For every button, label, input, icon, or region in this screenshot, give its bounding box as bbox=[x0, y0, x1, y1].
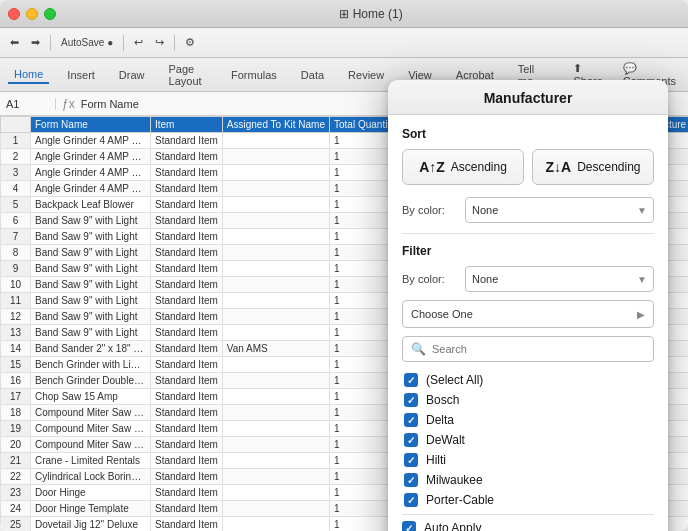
table-cell[interactable] bbox=[222, 245, 329, 261]
table-cell[interactable] bbox=[222, 501, 329, 517]
filter-checkbox[interactable]: ✓ bbox=[404, 393, 418, 407]
toolbar-redo[interactable]: ↪ bbox=[151, 34, 168, 51]
toolbar-icon-1[interactable]: ⬅ bbox=[6, 34, 23, 51]
table-cell[interactable]: Band Saw 9" with Light bbox=[31, 325, 151, 341]
tab-review[interactable]: Review bbox=[342, 67, 390, 83]
table-cell[interactable]: Band Saw 9" with Light bbox=[31, 229, 151, 245]
table-cell[interactable] bbox=[222, 149, 329, 165]
table-cell[interactable]: Cylindrical Lock Boring Jig bbox=[31, 469, 151, 485]
maximize-button[interactable] bbox=[44, 8, 56, 20]
table-cell[interactable]: Standard Item bbox=[151, 213, 223, 229]
table-cell[interactable] bbox=[222, 261, 329, 277]
table-cell[interactable]: Compound Miter Saw 10" 15 Amp 7-1/4" Hea… bbox=[31, 405, 151, 421]
filter-checkbox[interactable]: ✓ bbox=[404, 453, 418, 467]
filter-checkbox[interactable]: ✓ bbox=[404, 473, 418, 487]
table-cell[interactable]: Band Sander 2" x 18" with Pressure Contr… bbox=[31, 341, 151, 357]
filter-checkbox-item[interactable]: ✓Milwaukee bbox=[402, 470, 654, 490]
tab-data[interactable]: Data bbox=[295, 67, 330, 83]
table-cell[interactable]: Band Saw 9" with Light bbox=[31, 213, 151, 229]
auto-apply-checkbox[interactable]: ✓ bbox=[402, 521, 416, 531]
cell-reference[interactable]: A1 bbox=[6, 98, 56, 110]
table-cell[interactable]: Standard Item bbox=[151, 485, 223, 501]
table-cell[interactable]: Standard Item bbox=[151, 389, 223, 405]
filter-checkbox-item[interactable]: ✓(Select All) bbox=[402, 370, 654, 390]
table-cell[interactable]: Compound Miter Saw 12" with Quick Mount … bbox=[31, 437, 151, 453]
sort-ascending-button[interactable]: A↑Z Ascending bbox=[402, 149, 524, 185]
table-cell[interactable]: Crane - Limited Rentals bbox=[31, 453, 151, 469]
table-cell[interactable] bbox=[222, 133, 329, 149]
table-cell[interactable]: Band Saw 9" with Light bbox=[31, 261, 151, 277]
table-cell[interactable]: Standard Item bbox=[151, 165, 223, 181]
table-cell[interactable]: Standard Item bbox=[151, 405, 223, 421]
table-cell[interactable] bbox=[222, 517, 329, 532]
sort-descending-button[interactable]: Z↓A Descending bbox=[532, 149, 654, 185]
table-cell[interactable]: Standard Item bbox=[151, 181, 223, 197]
table-cell[interactable]: Dovetail Jig 12" Deluxe bbox=[31, 517, 151, 532]
filter-checkbox-item[interactable]: ✓Bosch bbox=[402, 390, 654, 410]
tab-page-layout[interactable]: Page Layout bbox=[163, 61, 213, 89]
table-cell[interactable] bbox=[222, 277, 329, 293]
table-cell[interactable]: Band Saw 9" with Light bbox=[31, 245, 151, 261]
filter-checkbox[interactable]: ✓ bbox=[404, 493, 418, 507]
table-cell[interactable] bbox=[222, 453, 329, 469]
toolbar-undo[interactable]: ↩ bbox=[130, 34, 147, 51]
table-cell[interactable] bbox=[222, 213, 329, 229]
table-cell[interactable]: Bench Grinder Double Sander with Accesso… bbox=[31, 373, 151, 389]
table-cell[interactable]: Standard Item bbox=[151, 261, 223, 277]
table-cell[interactable] bbox=[222, 373, 329, 389]
table-cell[interactable]: Door Hinge bbox=[31, 485, 151, 501]
filter-checkbox-item[interactable]: ✓DeWalt bbox=[402, 430, 654, 450]
filter-checkbox-item[interactable]: ✓Delta bbox=[402, 410, 654, 430]
table-cell[interactable]: Standard Item bbox=[151, 197, 223, 213]
table-cell[interactable]: Angle Grinder 4 AMP 4-1/2" bbox=[31, 133, 151, 149]
table-cell[interactable] bbox=[222, 405, 329, 421]
table-cell[interactable] bbox=[222, 389, 329, 405]
table-cell[interactable]: Standard Item bbox=[151, 133, 223, 149]
table-cell[interactable] bbox=[222, 229, 329, 245]
table-cell[interactable] bbox=[222, 485, 329, 501]
table-cell[interactable] bbox=[222, 469, 329, 485]
choose-one-dropdown[interactable]: Choose One ▶ bbox=[402, 300, 654, 328]
tab-formulas[interactable]: Formulas bbox=[225, 67, 283, 83]
table-cell[interactable] bbox=[222, 309, 329, 325]
table-cell[interactable]: Standard Item bbox=[151, 469, 223, 485]
table-cell[interactable]: Standard Item bbox=[151, 421, 223, 437]
table-cell[interactable]: Standard Item bbox=[151, 309, 223, 325]
table-cell[interactable]: Standard Item bbox=[151, 293, 223, 309]
table-cell[interactable]: Standard Item bbox=[151, 277, 223, 293]
table-cell[interactable]: Standard Item bbox=[151, 149, 223, 165]
filter-by-color-select[interactable]: None ▼ bbox=[465, 266, 654, 292]
table-cell[interactable] bbox=[222, 325, 329, 341]
search-input[interactable] bbox=[432, 343, 645, 355]
table-cell[interactable]: Standard Item bbox=[151, 341, 223, 357]
table-cell[interactable]: Standard Item bbox=[151, 325, 223, 341]
table-cell[interactable]: Backpack Leaf Blower bbox=[31, 197, 151, 213]
tab-draw[interactable]: Draw bbox=[113, 67, 151, 83]
table-cell[interactable]: Band Saw 9" with Light bbox=[31, 277, 151, 293]
toolbar-more[interactable]: ⚙ bbox=[181, 34, 199, 51]
table-cell[interactable] bbox=[222, 293, 329, 309]
minimize-button[interactable] bbox=[26, 8, 38, 20]
table-cell[interactable]: Band Saw 9" with Light bbox=[31, 309, 151, 325]
table-cell[interactable] bbox=[222, 165, 329, 181]
table-cell[interactable] bbox=[222, 197, 329, 213]
table-cell[interactable]: Standard Item bbox=[151, 373, 223, 389]
table-cell[interactable]: Band Saw 9" with Light bbox=[31, 293, 151, 309]
table-cell[interactable] bbox=[222, 421, 329, 437]
tab-home[interactable]: Home bbox=[8, 66, 49, 84]
filter-checkbox-item[interactable]: ✓Porter-Cable bbox=[402, 490, 654, 510]
filter-checkbox-item[interactable]: ✓Hilti bbox=[402, 450, 654, 470]
filter-checkbox[interactable]: ✓ bbox=[404, 373, 418, 387]
table-cell[interactable] bbox=[222, 181, 329, 197]
close-button[interactable] bbox=[8, 8, 20, 20]
table-cell[interactable]: Van AMS bbox=[222, 341, 329, 357]
toolbar-icon-2[interactable]: ➡ bbox=[27, 34, 44, 51]
table-cell[interactable]: Standard Item bbox=[151, 357, 223, 373]
table-cell[interactable]: Standard Item bbox=[151, 437, 223, 453]
table-cell[interactable] bbox=[222, 357, 329, 373]
sort-by-color-select[interactable]: None ▼ bbox=[465, 197, 654, 223]
table-cell[interactable]: Standard Item bbox=[151, 229, 223, 245]
table-cell[interactable]: Standard Item bbox=[151, 501, 223, 517]
table-cell[interactable]: Standard Item bbox=[151, 453, 223, 469]
table-cell[interactable]: Angle Grinder 4 AMP 4-1/2" (Element) bbox=[31, 165, 151, 181]
